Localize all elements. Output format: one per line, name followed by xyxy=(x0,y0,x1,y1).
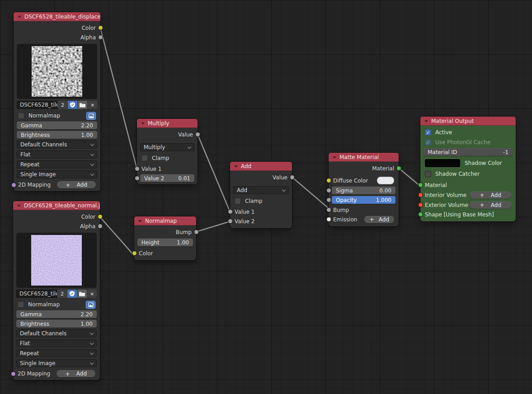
source-dropdown[interactable]: Single Image xyxy=(17,170,97,178)
height-slider[interactable]: Height 1.00 xyxy=(137,239,193,246)
clamp-checkbox[interactable] xyxy=(235,198,241,204)
math-mode-dropdown[interactable]: Add xyxy=(233,186,289,194)
diffuse-color-swatch[interactable] xyxy=(377,177,394,184)
socket-bump-out[interactable] xyxy=(194,230,198,234)
socket-value-out[interactable] xyxy=(196,132,200,136)
image-icon[interactable] xyxy=(86,301,95,309)
image-name-field[interactable]: DSCF6528_tile.. xyxy=(17,101,57,109)
active-row: ✓ Active xyxy=(420,128,516,136)
collapse-icon[interactable] xyxy=(424,120,428,122)
math-mode-value: Add xyxy=(237,187,247,193)
channels-dropdown[interactable]: Default Channels xyxy=(16,329,97,338)
socket-diffuse-in[interactable] xyxy=(327,178,331,183)
socket-alpha-out[interactable] xyxy=(99,35,103,39)
source-value: Single Image xyxy=(20,360,55,366)
brightness-slider[interactable]: Brightness 1.00 xyxy=(16,320,97,328)
node-imagemap-normal[interactable]: DSCF6528_tileable_normal.jpg Color Alpha… xyxy=(13,201,100,380)
photongi-checkbox[interactable]: ✓ xyxy=(425,139,431,145)
socket-label-value: Value xyxy=(178,131,193,138)
shadow-catcher-checkbox[interactable] xyxy=(425,171,431,177)
node-normalmap[interactable]: Normalmap Bump Height 1.00 Color xyxy=(134,216,196,260)
mapping-add-button[interactable]: + Add xyxy=(57,181,96,188)
extension-dropdown[interactable]: Repeat xyxy=(16,349,97,357)
node-header[interactable]: Multiply xyxy=(137,119,198,128)
unlink-close-icon[interactable]: × xyxy=(87,290,97,298)
image-name-field[interactable]: DSCF6528_tile.. xyxy=(16,290,57,298)
socket-bump-in[interactable] xyxy=(327,208,331,212)
gamma-slider[interactable]: Gamma 2.20 xyxy=(16,310,97,318)
node-matte-material[interactable]: Matte Material Material Diffuse Color Si… xyxy=(329,153,399,226)
socket-opacity-in[interactable] xyxy=(327,198,331,202)
users-count-button[interactable]: 2 xyxy=(57,290,67,298)
height-label: Height xyxy=(141,239,160,246)
image-icon[interactable] xyxy=(86,112,96,120)
material-id-field[interactable]: Material ID -1 xyxy=(424,148,513,156)
unlink-close-icon[interactable]: × xyxy=(88,101,97,109)
socket-value2-in[interactable] xyxy=(228,219,232,223)
output-row-color: Color xyxy=(13,212,100,221)
node-header[interactable]: Material Output xyxy=(420,117,516,126)
socket-alpha-out[interactable] xyxy=(98,224,102,228)
source-dropdown[interactable]: Single Image xyxy=(16,359,97,367)
socket-emission-in[interactable] xyxy=(327,217,331,221)
node-math-multiply[interactable]: Multiply Value Multiply Clamp Value 1 Va… xyxy=(137,119,198,184)
extension-dropdown[interactable]: Repeat xyxy=(17,160,97,169)
socket-2d-mapping-in[interactable] xyxy=(11,372,15,376)
interior-add-button[interactable]: + Add xyxy=(470,192,511,199)
node-header[interactable]: DSCF6528_tileable_displace.jpg xyxy=(14,12,100,21)
collapse-icon[interactable] xyxy=(17,205,21,207)
node-header[interactable]: Normalmap xyxy=(134,216,196,225)
socket-color-out[interactable] xyxy=(99,26,103,30)
clamp-label: Clamp xyxy=(245,198,262,204)
socket-value1-in[interactable] xyxy=(135,167,139,171)
math-mode-dropdown[interactable]: Multiply xyxy=(140,143,194,151)
open-folder-icon[interactable] xyxy=(78,101,87,109)
active-checkbox[interactable]: ✓ xyxy=(425,129,431,136)
collapse-icon[interactable] xyxy=(18,16,21,18)
emission-add-button[interactable]: + Add xyxy=(364,216,394,223)
node-header[interactable]: DSCF6528_tileable_normal.jpg xyxy=(13,201,100,210)
collapse-icon[interactable] xyxy=(138,220,142,222)
gamma-slider[interactable]: Gamma 2.20 xyxy=(17,122,97,129)
value2-slider[interactable]: Value 2 0.01 xyxy=(140,174,194,182)
node-editor-canvas[interactable]: DSCF6528_tileable_displace.jpg Color Alp… xyxy=(0,0,532,394)
collapse-icon[interactable] xyxy=(234,165,238,168)
normalmap-checkbox[interactable] xyxy=(18,301,24,308)
channels-dropdown[interactable]: Default Channels xyxy=(17,141,97,149)
brightness-slider[interactable]: Brightness 1.00 xyxy=(17,131,97,139)
fake-user-shield-icon[interactable] xyxy=(67,290,77,298)
socket-2d-mapping-in[interactable] xyxy=(12,183,16,187)
collapse-icon[interactable] xyxy=(333,156,336,159)
socket-color-out[interactable] xyxy=(98,215,102,219)
node-header[interactable]: Matte Material xyxy=(329,153,399,162)
fake-user-shield-icon[interactable] xyxy=(68,101,77,109)
socket-color-in[interactable] xyxy=(132,251,137,255)
node-imagemap-displace[interactable]: DSCF6528_tileable_displace.jpg Color Alp… xyxy=(14,12,100,191)
socket-value-out[interactable] xyxy=(290,175,294,179)
exterior-add-button[interactable]: + Add xyxy=(470,202,511,209)
normalmap-checkbox[interactable] xyxy=(18,113,24,119)
collapse-icon[interactable] xyxy=(141,122,145,125)
socket-value2-in[interactable] xyxy=(135,176,139,180)
projection-dropdown[interactable]: Flat xyxy=(16,339,97,347)
node-math-add[interactable]: Add Value Add Clamp Value 1 Value 2 xyxy=(230,162,292,228)
users-count-button[interactable]: 2 xyxy=(58,101,67,109)
socket-interior-volume-in[interactable] xyxy=(419,193,423,197)
socket-value1-in[interactable] xyxy=(228,210,232,214)
socket-material-in[interactable] xyxy=(419,183,423,187)
sigma-slider[interactable]: Sigma 0.00 xyxy=(332,187,395,194)
node-header[interactable]: Add xyxy=(230,162,292,171)
gravel-texture-image xyxy=(32,46,82,97)
socket-exterior-volume-in[interactable] xyxy=(419,203,423,207)
mapping-add-button[interactable]: + Add xyxy=(56,370,95,377)
opacity-slider[interactable]: Opacity 1.000 xyxy=(332,196,395,204)
socket-material-out[interactable] xyxy=(397,166,401,170)
shadow-color-swatch[interactable] xyxy=(425,159,460,167)
node-material-output[interactable]: Material Output ✓ Active ✓ Use PhotonGI … xyxy=(420,117,516,221)
open-folder-icon[interactable] xyxy=(77,290,87,298)
socket-shape-in[interactable] xyxy=(419,212,423,216)
socket-sigma-in[interactable] xyxy=(327,188,331,192)
clamp-checkbox[interactable] xyxy=(141,155,148,161)
extension-value: Repeat xyxy=(20,161,39,168)
projection-dropdown[interactable]: Flat xyxy=(17,150,97,159)
